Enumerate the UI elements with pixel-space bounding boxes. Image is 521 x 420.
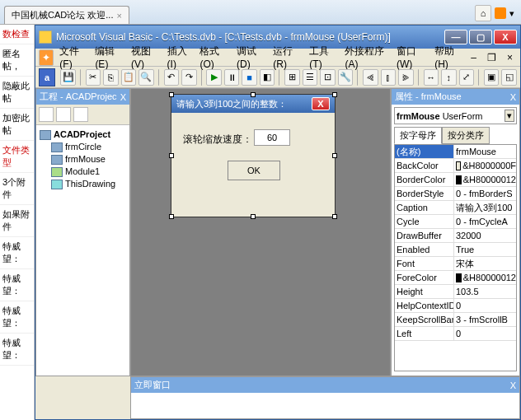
prop-value[interactable]: &H80000012 <box>454 271 516 284</box>
immediate-window[interactable]: 立即窗口 X <box>130 376 520 419</box>
stop-icon[interactable]: ■ <box>242 69 256 86</box>
size-both-icon[interactable]: ⤢ <box>459 69 474 86</box>
send-back-icon[interactable]: ◱ <box>501 69 516 86</box>
cut-icon[interactable]: ✂ <box>86 69 101 86</box>
tree-node-module1[interactable]: Module1 <box>38 166 128 178</box>
prop-row-enabled[interactable]: EnabledTrue <box>395 243 516 257</box>
properties-grid[interactable]: (名称)frmMouseBackColor&H8000000FBorderCol… <box>394 144 517 371</box>
menu-insert[interactable]: 插入(I) <box>163 43 195 72</box>
prop-row-keepscrollbars[interactable]: KeepScrollBars3 - fmScrollB <box>395 313 516 327</box>
mdi-min-icon[interactable]: – <box>467 50 481 65</box>
view-code-icon[interactable] <box>39 107 54 122</box>
prop-row-height[interactable]: Height103.5 <box>395 285 516 299</box>
browser-tab[interactable]: 中国机械CAD论坛 欢迎... × <box>4 6 129 24</box>
properties-icon[interactable]: ☰ <box>303 69 317 86</box>
dropdown-arrow-icon[interactable]: ▾ <box>505 110 514 122</box>
rss-icon[interactable] <box>495 7 506 19</box>
prop-value[interactable]: &H80000012 <box>454 173 516 186</box>
align-center-icon[interactable]: ⫿ <box>381 69 396 86</box>
menu-view[interactable]: 视图(V) <box>127 43 162 72</box>
menu-format[interactable]: 格式(O) <box>195 43 231 72</box>
paste-icon[interactable]: 📋 <box>121 69 136 86</box>
resize-handle[interactable] <box>251 92 256 97</box>
prop-value[interactable]: 宋体 <box>454 257 516 270</box>
project-explorer-icon[interactable]: ⊞ <box>284 69 299 86</box>
userform-titlebar[interactable]: 请输入3到100之间的整数： X <box>171 95 335 113</box>
view-object-icon[interactable] <box>56 107 71 122</box>
toolbox-icon[interactable]: 🔧 <box>338 69 353 86</box>
userform-frmmouse[interactable]: 请输入3到100之间的整数： X 滚轮缩放速度： 60 OK <box>171 94 336 217</box>
menu-tools[interactable]: 工具(T) <box>305 43 339 72</box>
home-icon[interactable]: ⌂ <box>475 5 491 21</box>
prop-value[interactable]: 0 - fmBorderS <box>454 187 516 200</box>
object-browser-icon[interactable]: ⊡ <box>320 69 335 86</box>
dropdown-icon[interactable]: ▾ <box>509 8 514 19</box>
menu-addins[interactable]: 外接程序(A) <box>340 43 391 72</box>
pause-icon[interactable]: ⏸ <box>224 69 239 86</box>
toggle-folders-icon[interactable] <box>73 107 88 122</box>
form-designer-canvas[interactable]: 请输入3到100之间的整数： X 滚轮缩放速度： 60 OK <box>130 88 391 376</box>
tab-close-icon[interactable]: × <box>116 11 121 21</box>
resize-handle[interactable] <box>169 214 174 219</box>
prop-row-[interactable]: (名称)frmMouse <box>395 145 516 159</box>
run-icon[interactable]: ▶ <box>206 69 221 86</box>
tree-node-thisdrawing[interactable]: ThisDrawing <box>38 178 128 190</box>
userform-close-icon[interactable]: X <box>312 97 330 110</box>
prop-row-font[interactable]: Font宋体 <box>395 257 516 271</box>
find-icon[interactable]: 🔍 <box>138 69 153 86</box>
resize-handle[interactable] <box>251 214 256 219</box>
tab-alphabetic[interactable]: 按字母序 <box>394 127 442 144</box>
undo-icon[interactable]: ↶ <box>164 69 179 86</box>
tree-node-frmmouse[interactable]: frmMouse <box>38 153 128 166</box>
menu-run[interactable]: 运行(R) <box>269 43 303 72</box>
resize-handle[interactable] <box>169 92 174 97</box>
size-width-icon[interactable]: ↔ <box>424 69 439 86</box>
mdi-close-icon[interactable]: × <box>503 50 517 65</box>
immediate-close-icon[interactable]: X <box>510 380 516 390</box>
copy-icon[interactable]: ⎘ <box>103 69 118 86</box>
autocad-icon[interactable]: a <box>39 68 55 86</box>
resize-handle[interactable] <box>332 92 337 97</box>
resize-handle[interactable] <box>332 214 337 219</box>
prop-row-left[interactable]: Left0 <box>395 327 516 341</box>
bring-front-icon[interactable]: ▣ <box>484 69 499 86</box>
menu-edit[interactable]: 编辑(E) <box>91 43 125 72</box>
menu-debug[interactable]: 调试(D) <box>232 43 267 72</box>
prop-value[interactable]: 32000 <box>454 229 516 242</box>
maximize-button[interactable]: ▢ <box>469 30 492 44</box>
mdi-restore-icon[interactable]: ❐ <box>483 50 500 65</box>
prop-row-bordercolor[interactable]: BorderColor&H80000012 <box>395 173 516 187</box>
prop-value[interactable]: &H8000000F <box>454 159 516 172</box>
prop-value[interactable]: 请输入3到100 <box>454 201 516 214</box>
ok-button[interactable]: OK <box>228 161 280 180</box>
speed-label[interactable]: 滚轮缩放速度： <box>183 133 252 147</box>
menu-file[interactable]: 文件(F) <box>55 43 89 72</box>
menu-help[interactable]: 帮助(H) <box>430 43 465 72</box>
prop-value[interactable]: 0 <box>454 299 516 312</box>
project-tree[interactable]: ACADProject frmCircle frmMouse Module1 T… <box>36 125 129 374</box>
prop-row-forecolor[interactable]: ForeColor&H80000012 <box>395 271 516 285</box>
menu-window[interactable]: 窗口(W) <box>392 43 429 72</box>
prop-value[interactable]: frmMouse <box>454 145 516 158</box>
properties-panel-title[interactable]: 属性 - frmMouse X <box>392 89 519 105</box>
prop-value[interactable]: 0 <box>454 327 516 340</box>
resize-handle[interactable] <box>332 153 337 158</box>
prop-value[interactable]: 103.5 <box>454 285 516 298</box>
prop-row-caption[interactable]: Caption请输入3到100 <box>395 201 516 215</box>
prop-row-backcolor[interactable]: BackColor&H8000000F <box>395 159 516 173</box>
prop-value[interactable]: 3 - fmScrollB <box>454 313 516 326</box>
save-icon[interactable]: 💾 <box>60 69 75 86</box>
object-selector[interactable]: frmMouse UserForm ▾ <box>394 107 517 124</box>
prop-row-borderstyle[interactable]: BorderStyle0 - fmBorderS <box>395 187 516 201</box>
prop-row-cycle[interactable]: Cycle0 - fmCycleA <box>395 215 516 229</box>
resize-handle[interactable] <box>169 153 174 158</box>
design-mode-icon[interactable]: ◧ <box>260 69 275 86</box>
prop-value[interactable]: True <box>454 243 516 256</box>
project-panel-close-icon[interactable]: X <box>120 92 126 102</box>
prop-value[interactable]: 0 - fmCycleA <box>454 215 516 228</box>
redo-icon[interactable]: ↷ <box>181 69 196 86</box>
tab-categorized[interactable]: 按分类序 <box>442 127 490 144</box>
tree-node-frmcircle[interactable]: frmCircle <box>38 141 128 153</box>
project-panel-title[interactable]: 工程 - ACADProjec X <box>36 89 129 105</box>
align-left-icon[interactable]: ⫷ <box>363 69 378 86</box>
